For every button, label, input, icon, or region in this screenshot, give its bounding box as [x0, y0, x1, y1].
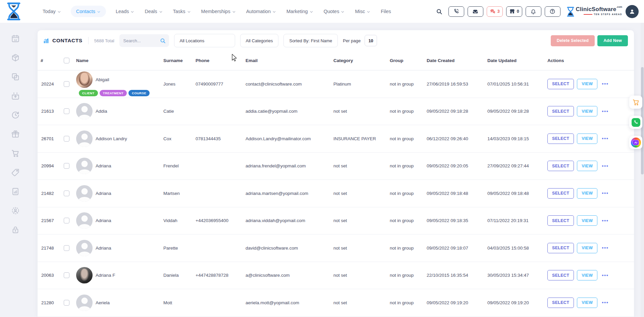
more-actions-button[interactable]: ••• — [602, 82, 608, 86]
calendar-12-icon[interactable]: 12 — [11, 34, 20, 43]
cell-email: addia.catie@yopmail.com — [246, 109, 333, 114]
copy-icon[interactable] — [11, 72, 20, 81]
row-checkbox[interactable] — [64, 163, 69, 169]
gift-icon[interactable] — [11, 129, 20, 139]
toolbar-button[interactable]: 0 — [506, 6, 522, 17]
user-avatar-button[interactable] — [626, 5, 639, 18]
select-button[interactable]: SELECT — [547, 270, 574, 280]
nav-item[interactable]: Marketing — [286, 6, 314, 17]
more-actions-button[interactable]: ••• — [602, 301, 608, 304]
delete-selected-button[interactable]: Delete Selected — [551, 35, 595, 46]
view-button[interactable]: VIEW — [577, 79, 597, 89]
ai-assistant-button[interactable]: AI — [629, 136, 642, 149]
lock-icon[interactable] — [11, 225, 20, 234]
more-actions-button[interactable]: ••• — [602, 192, 608, 195]
toolbar-button[interactable] — [545, 6, 560, 17]
row-checkbox[interactable] — [64, 245, 69, 251]
vertical-scrollbar — [641, 23, 644, 317]
nav-item-label: Contacts — [76, 9, 95, 14]
cell-date-updated: 07/01/2025 10:56:31 — [487, 82, 547, 87]
row-checkbox[interactable] — [64, 108, 69, 114]
select-button[interactable]: SELECT — [547, 298, 574, 308]
toolbar-button[interactable] — [448, 6, 464, 17]
clinicsoftware-hourglass-logo[interactable] — [6, 2, 21, 20]
history-icon[interactable] — [11, 110, 20, 119]
nav-item[interactable]: Misc — [354, 6, 371, 17]
cell-category: not set — [333, 273, 390, 278]
more-actions-button[interactable]: ••• — [602, 110, 608, 113]
view-button[interactable]: VIEW — [577, 134, 597, 144]
row-checkbox[interactable] — [64, 191, 69, 196]
toolbar-button[interactable] — [468, 6, 483, 17]
report-icon[interactable] — [11, 187, 20, 196]
clinicsoftware-brand-logo[interactable]: ClinicSoftware .com TEN STEPS AHEAD — [567, 6, 622, 17]
package-icon[interactable] — [11, 53, 20, 62]
pos-cart-button[interactable] — [629, 96, 642, 109]
row-checkbox[interactable] — [64, 81, 69, 87]
table-row: 20063 Adriana F Daniela +447428878728 a@… — [38, 262, 634, 289]
more-actions-button[interactable]: ••• — [602, 246, 608, 250]
cell-date-created: 09/05/2022 09:18:35 — [427, 218, 487, 223]
nav-item[interactable]: Today — [42, 6, 62, 17]
select-button[interactable]: SELECT — [547, 188, 574, 199]
view-button[interactable]: VIEW — [577, 106, 597, 116]
cell-email: david@clinicsoftware.com — [246, 246, 333, 251]
row-checkbox[interactable] — [64, 272, 69, 278]
brand-tagline-line — [584, 14, 592, 15]
contact-name: Addia — [96, 109, 107, 114]
chevron-down-icon — [310, 10, 313, 14]
select-button[interactable]: SELECT — [547, 161, 574, 171]
row-checkbox[interactable] — [64, 300, 69, 306]
view-button[interactable]: VIEW — [577, 243, 597, 253]
more-actions-button[interactable]: ••• — [602, 219, 608, 222]
nav-item[interactable]: Contacts — [71, 6, 106, 17]
cell-id: 21567 — [41, 218, 64, 223]
search-icon[interactable] — [160, 38, 166, 44]
calendar-import-icon[interactable] — [11, 91, 20, 100]
nav-item-label: Deals — [145, 9, 157, 14]
nav-item[interactable]: Memberships — [201, 6, 236, 17]
view-button[interactable]: VIEW — [577, 188, 597, 199]
nav-item[interactable]: Leads — [115, 6, 135, 17]
whatsapp-button[interactable] — [629, 116, 642, 129]
categories-filter[interactable]: All Categories — [240, 34, 279, 47]
col-name: Name — [76, 58, 163, 63]
toolbar-button[interactable]: 3 — [487, 6, 503, 17]
global-search-icon[interactable] — [435, 7, 444, 16]
more-actions-button[interactable]: ••• — [602, 137, 608, 140]
chevron-down-icon — [272, 10, 276, 14]
select-button[interactable]: SELECT — [547, 106, 574, 116]
row-checkbox[interactable] — [64, 218, 69, 223]
view-button[interactable]: VIEW — [577, 298, 597, 308]
cart-icon[interactable] — [11, 149, 20, 158]
locations-filter[interactable]: All Locations — [174, 34, 235, 47]
tag-icon[interactable] — [11, 168, 20, 177]
contact-name: Addison Landry — [96, 136, 127, 141]
nav-item[interactable]: Files — [380, 6, 392, 17]
sort-filter[interactable]: Sorted By: First Name — [283, 34, 338, 47]
nav-item[interactable]: Quotes — [323, 6, 345, 17]
view-button[interactable]: VIEW — [577, 270, 597, 280]
select-button[interactable]: SELECT — [547, 243, 574, 253]
select-button[interactable]: SELECT — [547, 134, 574, 144]
nav-item[interactable]: Deals — [144, 6, 163, 17]
cell-group: not in group — [390, 109, 427, 114]
cell-date-created: 06/12/2022 09:26:40 — [427, 136, 487, 141]
row-checkbox[interactable] — [64, 136, 69, 142]
ai-icon: AI — [631, 138, 641, 148]
more-actions-button[interactable]: ••• — [602, 164, 608, 168]
support-icon[interactable] — [11, 206, 20, 215]
search-input[interactable] — [123, 38, 158, 43]
per-page-input[interactable]: 10 — [365, 35, 377, 46]
view-button[interactable]: VIEW — [577, 215, 597, 226]
select-button[interactable]: SELECT — [547, 79, 574, 89]
add-new-button[interactable]: Add New — [597, 35, 628, 46]
more-actions-button[interactable]: ••• — [602, 274, 608, 277]
select-button[interactable]: SELECT — [547, 215, 574, 226]
toolbar-button[interactable] — [526, 6, 541, 17]
nav-item[interactable]: Tasks — [172, 6, 192, 17]
nav-item[interactable]: Automation — [246, 6, 277, 17]
view-button[interactable]: VIEW — [577, 161, 597, 171]
search-box — [119, 34, 169, 47]
select-all-checkbox[interactable] — [64, 58, 69, 63]
